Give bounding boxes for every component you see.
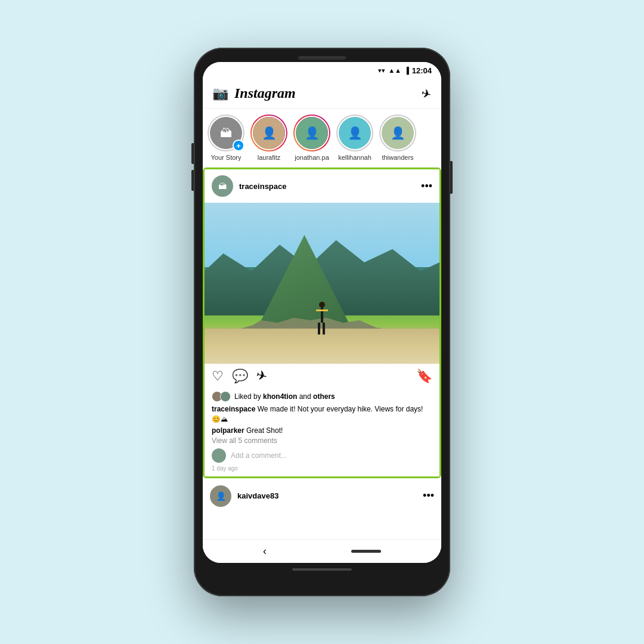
post-2-avatar[interactable]: 👤 (210, 485, 231, 507)
story-ring-inner-thiwanders: 👤 (380, 116, 415, 150)
leg-left (318, 323, 320, 335)
phone-speaker (298, 56, 346, 60)
comment-icon[interactable]: 💬 (232, 369, 248, 384)
story-label-your-story: Your Story (211, 154, 242, 161)
phone-shell: ▾▾ ▲▲ ▐ 12:04 📷 Instagram ✈ (194, 48, 450, 596)
story-avatar-wrapper-laurafitz: 👤 (250, 114, 287, 151)
figure-head (319, 302, 325, 308)
post-1-username[interactable]: traceinspace (239, 182, 287, 191)
likes-text: Liked by khon4tion and others (234, 392, 335, 401)
phone-bottom (194, 563, 450, 581)
add-comment-avatar (212, 448, 226, 463)
content-area[interactable]: 🏔 + Your Story 👤 (203, 109, 441, 539)
post-1-actions: ♡ 💬 ✈ 🔖 (205, 364, 439, 389)
story-avatar-wrapper-your-story: 🏔 + (208, 114, 244, 151)
nav-back-button[interactable]: ‹ (263, 545, 267, 558)
story-ring-kellihannah: 👤 (336, 114, 373, 151)
liked-by-others: others (313, 392, 335, 401)
like-icon[interactable]: ♡ (212, 369, 224, 384)
story-item-thiwanders[interactable]: 👤 thiwanders (379, 114, 416, 161)
likes-row: Liked by khon4tion and others (212, 391, 432, 402)
story-add-button[interactable]: + (233, 140, 244, 151)
story-avatar-wrapper-kellihannah: 👤 (336, 114, 373, 151)
post-1-meta: Liked by khon4tion and others traceinspa… (205, 389, 439, 476)
post-2-user-info: 👤 kaivdave83 (210, 485, 278, 507)
story-label-kellihannah: kellihannah (338, 154, 371, 161)
person-figure (317, 302, 327, 335)
post-1-header: 🏔 traceinspace ••• (205, 169, 439, 203)
story-ring-laurafitz: 👤 (250, 114, 287, 151)
bookmark-icon[interactable]: 🔖 (416, 369, 432, 384)
power-button[interactable] (450, 161, 453, 194)
figure-arms (316, 309, 328, 311)
caption-username: traceinspace (212, 405, 255, 413)
post-1-more-icon[interactable]: ••• (421, 180, 432, 193)
story-avatar-wrapper-jonathanpa: 👤 (293, 114, 330, 151)
status-icons: ▾▾ ▲▲ ▐ 12:04 (378, 66, 432, 75)
post-2-username[interactable]: kaivdave83 (237, 491, 278, 500)
add-comment-row: Add a comment... (212, 448, 432, 463)
post-1-actions-left: ♡ 💬 ✈ (212, 369, 267, 384)
story-item-your-story[interactable]: 🏔 + Your Story (208, 114, 244, 161)
logo-area: 📷 Instagram (212, 85, 296, 101)
avatar-jonathanpa: 👤 (296, 117, 328, 149)
post-1: 🏔 traceinspace ••• (203, 168, 441, 478)
post-2-more-icon[interactable]: ••• (423, 490, 434, 502)
story-ring-thiwanders: 👤 (379, 114, 416, 151)
story-ring-jonathanpa: 👤 (293, 114, 330, 151)
leg-right (323, 323, 325, 335)
post-1-caption: traceinspace We made it! Not your everyd… (212, 404, 432, 425)
post-1-image (205, 203, 439, 364)
view-comments-link[interactable]: View all 5 comments (212, 436, 432, 445)
story-ring-inner-jonathanpa: 👤 (295, 116, 329, 150)
story-item-jonathanpa[interactable]: 👤 jonathan.pa (293, 114, 330, 161)
bottom-nav-bar: ‹ (203, 539, 441, 563)
avatar-kellihannah: 👤 (339, 117, 371, 149)
story-avatar-wrapper-thiwanders: 👤 (379, 114, 416, 151)
liked-by-name: khon4tion (263, 392, 297, 401)
avatar-laurafitz: 👤 (253, 117, 285, 149)
status-bar: ▾▾ ▲▲ ▐ 12:04 (203, 62, 441, 79)
post-1-avatar[interactable]: 🏔 (212, 175, 233, 197)
story-ring-inner-laurafitz: 👤 (252, 116, 286, 150)
status-time: 12:04 (412, 66, 432, 75)
phone-top-bar (194, 48, 450, 60)
like-avatar-2 (220, 391, 231, 402)
figure-body (321, 308, 323, 323)
wifi-icon: ▾▾ (378, 67, 385, 75)
figure-legs (318, 323, 326, 335)
battery-icon: ▐ (404, 67, 409, 74)
home-indicator[interactable] (351, 550, 381, 553)
post-1-timestamp: 1 day ago (212, 465, 432, 472)
signal-icon: ▲▲ (388, 67, 401, 74)
post-1-user-info: 🏔 traceinspace (212, 175, 287, 197)
story-ring-inner-kellihannah: 👤 (338, 116, 372, 150)
avatar-thiwanders: 👤 (382, 117, 414, 149)
instagram-header: 📷 Instagram ✈ (203, 79, 441, 109)
stories-row: 🏔 + Your Story 👤 (203, 109, 441, 168)
instagram-logo: Instagram (234, 85, 296, 101)
story-item-laurafitz[interactable]: 👤 laurafitz (250, 114, 287, 161)
add-comment-input[interactable]: Add a comment... (231, 451, 432, 460)
post-1-comment-preview: polparker Great Shot! (212, 426, 432, 435)
phone-bottom-bar (292, 568, 352, 571)
mountain-scene (205, 203, 439, 364)
post-2-header: 👤 kaivdave83 ••• (203, 478, 441, 514)
phone-screen: ▾▾ ▲▲ ▐ 12:04 📷 Instagram ✈ (203, 62, 441, 563)
comment-text: Great Shot! (244, 426, 283, 435)
header-send-icon[interactable]: ✈ (420, 85, 434, 102)
story-item-kellihannah[interactable]: 👤 kellihannah (336, 114, 373, 161)
likes-avatars (212, 391, 231, 402)
header-camera-icon[interactable]: 📷 (212, 86, 228, 101)
vol-button-2[interactable] (191, 170, 194, 191)
share-icon[interactable]: ✈ (255, 367, 269, 385)
story-label-thiwanders: thiwanders (382, 154, 413, 161)
vol-button-1[interactable] (191, 143, 194, 164)
story-label-jonathanpa: jonathan.pa (295, 154, 329, 161)
story-label-laurafitz: laurafitz (258, 154, 281, 161)
comment-username: polparker (212, 426, 244, 435)
